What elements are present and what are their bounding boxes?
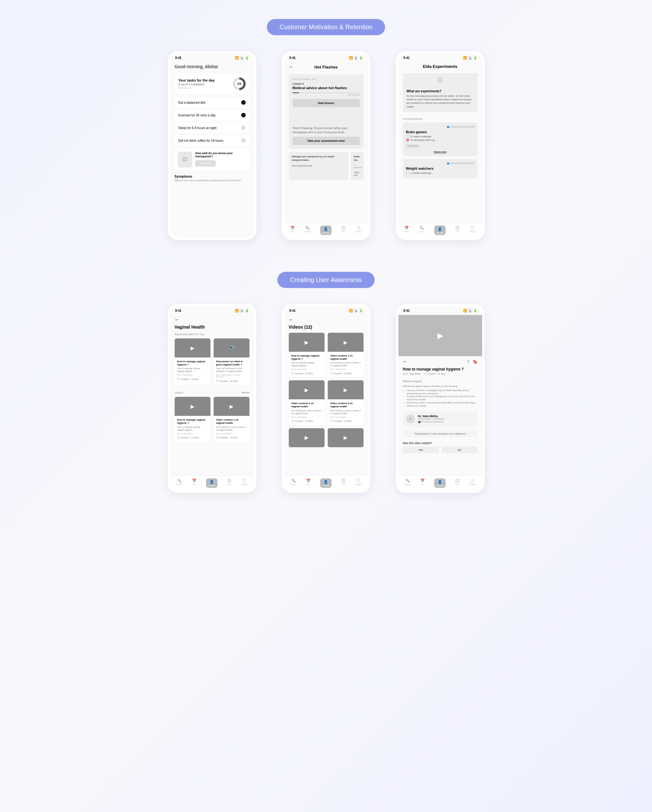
nav-ask-elda[interactable]: 👤Ask Elda [434, 226, 446, 235]
nav-ask-elda[interactable]: 👤Ask Elda [434, 478, 446, 488]
status-time: 9:41 [175, 309, 181, 313]
signal-icon: 📶 [463, 309, 467, 313]
nav-explore[interactable]: 🔍Explore [418, 226, 425, 235]
bookmark-icon[interactable]: 🔖 [472, 359, 478, 364]
nav-care[interactable]: 🕐Care [455, 478, 460, 488]
nav-plan[interactable]: 📅Plan [306, 478, 311, 488]
video-card[interactable]: ▶Video content 3 on vaginal healthSub he… [328, 380, 364, 425]
check-done-icon: ✓ [241, 113, 246, 118]
nav-plan[interactable]: 📅Plan [192, 478, 197, 488]
nav-care[interactable]: 🕐Care [455, 226, 460, 235]
edit-plan-link[interactable]: Edit Plan ✎ [178, 87, 215, 89]
see-all-link[interactable]: See All [242, 391, 250, 394]
document-icon: 📄 [356, 478, 361, 483]
lesson-title: Medical advice about hot flashes [292, 86, 360, 90]
check-pending-icon: ✓ [241, 138, 246, 143]
read-more-link[interactable]: Read more [406, 150, 474, 153]
signal-icon: 📶 [349, 56, 353, 60]
experiment-card-partial[interactable]: Brain Ga⊙ DecreaseView det [351, 152, 364, 180]
video-card[interactable]: ▶Video content 2 on vaginal healthSub he… [289, 380, 324, 425]
status-time: 9:41 [404, 309, 410, 313]
task-item[interactable]: Exercise for 35 mins a day✓ [175, 110, 250, 121]
video-desc: Sub heading of video content 1 on vagina… [216, 426, 247, 431]
back-button[interactable]: ← [175, 317, 180, 323]
nav-care[interactable]: 🕐Care [227, 478, 232, 488]
nav-plan[interactable]: 📅Plan [290, 226, 295, 235]
battery-icon: 🔋 [473, 309, 477, 313]
task-item[interactable]: Eat a balanced diet✓ [175, 97, 250, 108]
assessment-text: Tired of hearing "it's just normal" when… [292, 126, 360, 134]
nav-insights[interactable]: 📄Insights [241, 478, 248, 488]
nav-explore[interactable]: 🔍Explore [404, 478, 411, 488]
clock-icon: 🕐 [177, 437, 180, 439]
video-duration: 🕐Duration : 10 Mins [177, 378, 208, 380]
view-experiments-link[interactable]: View Experiments→ [292, 164, 345, 167]
assessment-button[interactable]: Take your assessment now! [292, 137, 360, 145]
video-card[interactable]: ▶How to manage vaginal hygiene ?Tips to … [175, 339, 210, 385]
take-test-button[interactable]: Take test [195, 160, 216, 166]
back-button[interactable]: ← [289, 64, 294, 70]
back-button[interactable]: ← [289, 317, 294, 323]
share-icon[interactable]: ⤴ [467, 359, 469, 364]
nav-care[interactable]: 🕐Care [341, 478, 346, 488]
video-card[interactable]: 🔊Discussion on what is good vaginal heal… [214, 339, 250, 385]
video-card[interactable]: ▶ [289, 428, 324, 447]
check-done-icon: ✓ [241, 100, 246, 105]
check-pending-icon: ✓ [241, 126, 246, 130]
nav-explore[interactable]: 🔍Explore [290, 478, 297, 488]
experiment-item[interactable]: 👥 130 women are enrolled Weight watchers… [403, 159, 478, 178]
video-author: By Dr. Neta Mehta [291, 416, 322, 418]
video-duration: 🕐Duration : 30 Mins [216, 380, 247, 382]
nav-insights[interactable]: 📄Insights [469, 226, 476, 235]
play-icon: ▶ [289, 428, 324, 447]
nav-ask-elda[interactable]: 👤Ask Elda [320, 226, 332, 235]
nav-insights[interactable]: 📄Insights [469, 478, 476, 488]
video-author: By Dr. Neta Mehta [177, 374, 208, 376]
briefcase-icon: 💼 [418, 421, 422, 423]
video-author: By Dr. Neta Mehta [216, 433, 247, 435]
video-card[interactable]: ▶ [328, 428, 364, 447]
wifi-icon: 📡 [240, 309, 244, 313]
video-author: By Dr. Neta Mehta [291, 368, 322, 370]
start-lesson-button[interactable]: Start lesson [292, 99, 360, 107]
video-duration: 🕐Duration : 10 Mins [177, 437, 208, 439]
experiment-card[interactable]: Manage your symptoms by our expert desig… [289, 152, 348, 180]
clock-icon: 🕐 [341, 478, 346, 483]
view-detail-link[interactable]: View det [354, 171, 360, 177]
status-bar: 9:41📶📡🔋 [170, 307, 254, 315]
video-card[interactable]: ▶How to manage vaginal hygiene ?Tips to … [289, 333, 324, 377]
nav-plan[interactable]: 📅Plan [420, 478, 425, 488]
nav-explore[interactable]: 🔍Explore [176, 478, 183, 488]
progress-text: 2/4 [237, 82, 241, 85]
video-card[interactable]: ▶How to manage vaginal hygiene ?Tips to … [175, 397, 210, 441]
video-title: How to manage vaginal hygiene ? [177, 418, 208, 424]
nav-ask-elda[interactable]: 👤Ask Elda [206, 478, 218, 488]
status-time: 9:41 [175, 56, 181, 60]
nav-plan[interactable]: 📅Plan [404, 226, 409, 235]
nav-insights[interactable]: 📄Insights [355, 478, 362, 488]
wifi-icon: 📡 [240, 56, 244, 60]
task-item[interactable]: Did not drink coffee for 24 hours✓ [175, 135, 250, 146]
clock-icon: 🕐 [455, 478, 460, 483]
task-item[interactable]: Sleep for 6-8 hours at night✓ [175, 122, 250, 133]
image-placeholder-icon: 🖼 [407, 77, 474, 84]
nav-explore[interactable]: 🔍Explore [304, 226, 311, 235]
nav-insights[interactable]: 📄Insights [355, 226, 362, 235]
video-card[interactable]: ▶Video content 1 on vaginal healthSub he… [214, 397, 250, 441]
nav-care[interactable]: 🕐Care [341, 226, 346, 235]
play-icon: ▶ [289, 333, 324, 352]
video-hero[interactable]: ▶ [398, 315, 482, 356]
experiment-item[interactable]: 👥 130 women are enrolled Brain games 🕐12… [403, 122, 478, 156]
back-button[interactable]: ← [403, 359, 408, 365]
play-icon: ▶ [214, 397, 250, 416]
video-card[interactable]: ▶Video content 1 on vaginal healthSub he… [328, 333, 364, 377]
nav-ask-elda[interactable]: 👤Ask Elda [320, 478, 332, 488]
recommended-label: Recommended For You [175, 333, 250, 336]
signal-icon: 📶 [235, 56, 239, 60]
lesson-card: HOT FLASHES 101 Lesson 2 Medical advice … [289, 74, 364, 149]
search-icon: 🔍 [419, 226, 424, 230]
yes-button[interactable]: Yes [403, 447, 439, 453]
bottom-nav: 🔍Explore 📅Plan 👤Ask Elda 🕐Care 📄Insights [284, 475, 368, 490]
no-button[interactable]: No [442, 447, 478, 453]
expect-item: Developing a habit of consciously lookin… [407, 401, 478, 408]
